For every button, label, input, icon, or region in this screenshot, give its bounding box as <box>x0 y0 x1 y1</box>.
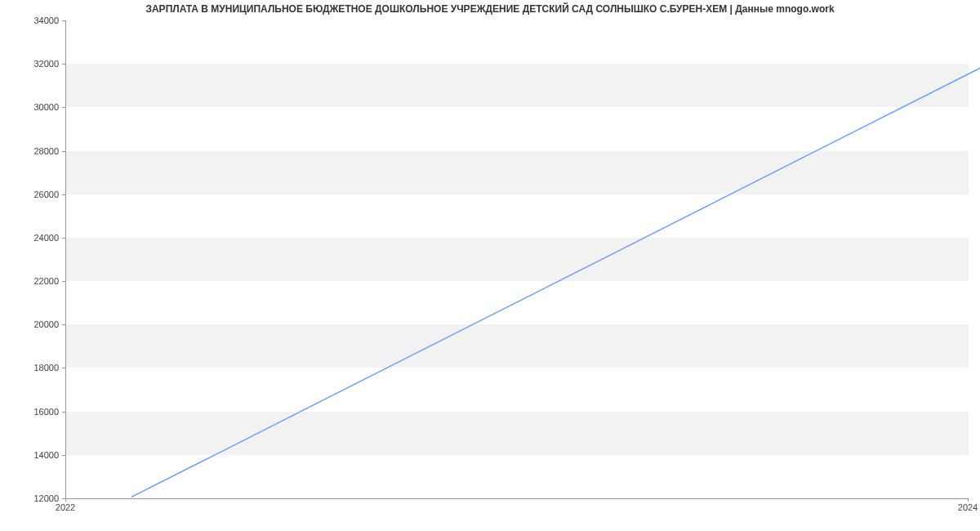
x-tick-mark <box>968 498 969 502</box>
y-tick-mark <box>62 107 65 108</box>
y-tick-mark <box>62 281 65 282</box>
chart-title: ЗАРПЛАТА В МУНИЦИПАЛЬНОЕ БЮДЖЕТНОЕ ДОШКО… <box>0 3 980 15</box>
y-tick-label: 20000 <box>20 319 59 329</box>
y-tick-mark <box>62 324 65 325</box>
y-tick-label: 16000 <box>20 407 59 417</box>
y-tick-mark <box>62 238 65 239</box>
y-tick-mark <box>62 368 65 368</box>
y-tick-mark <box>62 412 65 413</box>
y-tick-mark <box>62 151 65 152</box>
y-tick-label: 22000 <box>20 276 59 286</box>
y-tick-label: 30000 <box>20 102 59 112</box>
x-tick-mark <box>65 498 66 502</box>
y-tick-label: 28000 <box>20 146 59 156</box>
y-tick-mark <box>62 455 65 456</box>
y-tick-label: 34000 <box>20 16 59 25</box>
y-tick-label: 14000 <box>20 450 59 460</box>
chart-series-line <box>131 41 980 497</box>
chart-container: ЗАРПЛАТА В МУНИЦИПАЛЬНОЕ БЮДЖЕТНОЕ ДОШКО… <box>0 0 980 531</box>
plot-area <box>65 20 969 499</box>
x-tick-label: 2024 <box>958 502 978 512</box>
chart-line-layer <box>131 41 980 519</box>
y-tick-label: 18000 <box>20 363 59 373</box>
y-tick-label: 32000 <box>20 59 59 69</box>
y-tick-mark <box>62 194 65 195</box>
y-tick-mark <box>62 20 65 21</box>
y-tick-label: 12000 <box>20 493 59 503</box>
x-tick-label: 2022 <box>56 502 75 512</box>
y-tick-label: 24000 <box>20 233 59 243</box>
y-tick-mark <box>62 64 65 65</box>
y-tick-label: 26000 <box>20 190 59 199</box>
